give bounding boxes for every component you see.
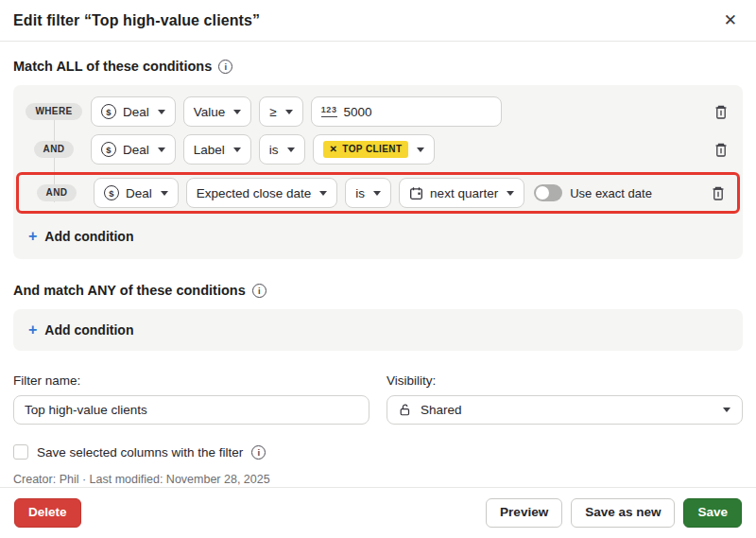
- lock-open-icon: [399, 403, 412, 417]
- operator-dropdown-value: is: [355, 186, 365, 200]
- field-dropdown[interactable]: Label: [183, 134, 251, 165]
- dialog-title: Edit filter “Top high-value clients”: [13, 12, 260, 29]
- dialog-body: Match ALL of these conditions i WHERE $ …: [0, 42, 756, 487]
- connector-pill-and: AND: [34, 141, 75, 158]
- info-icon[interactable]: i: [218, 60, 232, 74]
- value-input-wrap: 123: [311, 96, 502, 127]
- deal-currency-icon: $: [101, 104, 116, 119]
- form-row: Filter name: Visibility: Shared: [13, 373, 743, 425]
- object-dropdown-value: Deal: [123, 105, 149, 119]
- delete-button[interactable]: Delete: [14, 498, 81, 528]
- trash-icon[interactable]: [708, 182, 729, 204]
- operator-dropdown[interactable]: ≥: [259, 96, 302, 127]
- save-as-new-button[interactable]: Save as new: [571, 498, 675, 528]
- date-value-text: next quarter: [430, 186, 498, 200]
- value-input[interactable]: [344, 105, 486, 119]
- operator-dropdown[interactable]: is: [345, 178, 391, 208]
- preview-button[interactable]: Preview: [486, 498, 562, 528]
- object-dropdown-value: Deal: [123, 143, 149, 157]
- condition-row-highlighted: AND $ Deal Expected close date is: [16, 172, 740, 214]
- field-dropdown[interactable]: Value: [183, 96, 252, 127]
- deal-currency-icon: $: [104, 185, 119, 200]
- use-exact-date-toggle[interactable]: [534, 184, 562, 201]
- add-condition-button[interactable]: + Add condition: [25, 221, 731, 255]
- any-conditions-heading-text: And match ANY of these conditions: [13, 283, 246, 298]
- close-icon[interactable]: ✕: [720, 9, 741, 32]
- creator-meta: Creator: Phil · Last modified: November …: [13, 473, 743, 486]
- chevron-down-icon: [417, 148, 424, 152]
- trash-icon[interactable]: [711, 101, 731, 123]
- connector-pill-and: AND: [37, 184, 77, 201]
- chevron-down-icon: [507, 191, 514, 196]
- condition-row: WHERE $ Deal Value ≥ 123: [25, 96, 731, 127]
- chevron-down-icon: [161, 191, 168, 196]
- chevron-down-icon: [285, 110, 293, 114]
- save-button[interactable]: Save: [683, 498, 742, 528]
- operator-dropdown[interactable]: is: [259, 134, 305, 165]
- save-columns-row: Save selected columns with the filter i: [13, 444, 743, 460]
- label-chip-text: TOP CLIENT: [342, 145, 402, 154]
- chevron-down-icon: [233, 148, 241, 152]
- date-value-dropdown[interactable]: next quarter: [399, 178, 524, 208]
- info-icon[interactable]: i: [251, 445, 266, 460]
- save-columns-label: Save selected columns with the filter: [37, 445, 243, 460]
- chevron-down-icon: [287, 148, 295, 152]
- chevron-down-icon: [723, 408, 730, 412]
- chevron-down-icon: [158, 148, 165, 152]
- object-dropdown[interactable]: $ Deal: [94, 178, 179, 208]
- chevron-down-icon: [158, 110, 165, 114]
- chevron-down-icon: [233, 110, 241, 114]
- connector-pill-where: WHERE: [26, 103, 81, 120]
- field-dropdown-value: Label: [194, 143, 225, 157]
- label-value-dropdown[interactable]: ✕ TOP CLIENT: [313, 134, 436, 165]
- visibility-label: Visibility:: [387, 373, 743, 388]
- all-conditions-heading: Match ALL of these conditions i: [13, 59, 743, 74]
- use-exact-date-label: Use exact date: [570, 186, 652, 200]
- visibility-dropdown[interactable]: Shared: [387, 395, 743, 425]
- save-columns-checkbox[interactable]: [13, 444, 28, 460]
- chip-remove-icon[interactable]: ✕: [330, 145, 338, 154]
- plus-icon: +: [28, 322, 37, 338]
- dialog-footer: Delete Preview Save as new Save: [0, 487, 756, 538]
- operator-dropdown-value: ≥: [269, 105, 276, 119]
- add-condition-button[interactable]: + Add condition: [25, 322, 731, 338]
- dialog-header: Edit filter “Top high-value clients” ✕: [0, 0, 756, 42]
- filter-name-label: Filter name:: [13, 373, 369, 388]
- object-dropdown[interactable]: $ Deal: [91, 134, 176, 165]
- calendar-icon: [409, 186, 423, 200]
- plus-icon: +: [28, 229, 37, 244]
- field-dropdown[interactable]: Expected close date: [186, 178, 338, 208]
- visibility-value: Shared: [421, 403, 462, 417]
- deal-currency-icon: $: [101, 142, 116, 157]
- operator-dropdown-value: is: [269, 143, 279, 157]
- any-conditions-panel: + Add condition: [13, 309, 743, 351]
- number-icon: 123: [321, 106, 337, 117]
- any-conditions-heading: And match ANY of these conditions i: [13, 283, 743, 298]
- field-dropdown-value: Value: [194, 105, 226, 119]
- info-icon[interactable]: i: [252, 284, 266, 298]
- add-condition-label: Add condition: [44, 229, 133, 244]
- chevron-down-icon: [373, 191, 381, 196]
- field-dropdown-value: Expected close date: [197, 186, 312, 200]
- object-dropdown[interactable]: $ Deal: [91, 96, 176, 127]
- trash-icon[interactable]: [711, 139, 731, 161]
- filter-name-input[interactable]: [13, 395, 369, 425]
- object-dropdown-value: Deal: [126, 186, 152, 200]
- label-chip: ✕ TOP CLIENT: [323, 141, 409, 158]
- all-conditions-heading-text: Match ALL of these conditions: [13, 59, 212, 74]
- condition-row: AND $ Deal Label is ✕ TOP CLIENT: [25, 134, 731, 165]
- chevron-down-icon: [319, 191, 327, 196]
- add-condition-label: Add condition: [44, 322, 133, 338]
- all-conditions-panel: WHERE $ Deal Value ≥ 123: [13, 85, 743, 259]
